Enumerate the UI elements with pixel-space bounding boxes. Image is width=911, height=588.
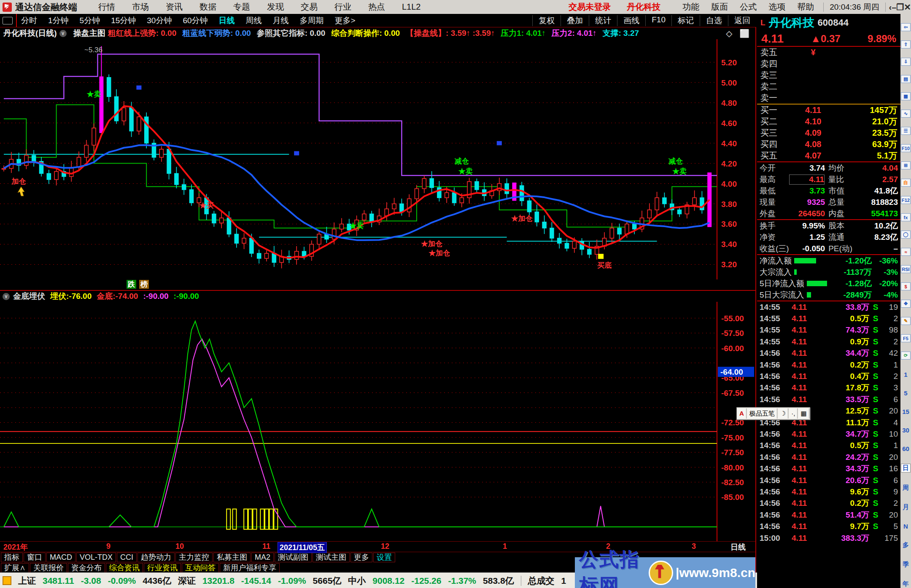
menu-item-行业[interactable]: 行业 bbox=[334, 2, 351, 11]
menu-item-数据[interactable]: 数据 bbox=[199, 2, 216, 11]
period-1分钟[interactable]: 1分钟 bbox=[48, 16, 69, 25]
market-status-icon[interactable] bbox=[3, 576, 11, 585]
tab-VOL-TDX[interactable]: VOL-TDX bbox=[76, 553, 116, 562]
tick-row[interactable]: 14:564.110.4万S2 bbox=[757, 371, 900, 382]
tab-主力监控[interactable]: 主力监控 bbox=[175, 553, 213, 562]
menu-item-L1L2[interactable]: L1L2 bbox=[402, 2, 421, 11]
strip-period-年[interactable]: 年 bbox=[901, 580, 911, 588]
window-layout-icon[interactable] bbox=[3, 17, 13, 24]
menu-item-热点[interactable]: 热点 bbox=[368, 2, 385, 11]
kline-icon[interactable]: ☰ bbox=[901, 127, 911, 135]
back-arrow-icon[interactable]: ⇦ bbox=[901, 23, 911, 31]
minimize-button[interactable]: – bbox=[892, 3, 896, 12]
tab-更多[interactable]: 更多 bbox=[350, 553, 372, 562]
badge-榜[interactable]: 榜 bbox=[139, 280, 149, 289]
current-stock-label[interactable]: 丹化科技 bbox=[627, 1, 660, 13]
ime-toolbar[interactable]: A极品五笔☽·,▦ bbox=[736, 407, 810, 420]
indicator-chart[interactable]: -55.00-57.50-60.00-65.00-67.50-72.50-75.… bbox=[0, 302, 755, 541]
sub-indicator-name[interactable]: 金底埋伏 bbox=[13, 291, 45, 302]
bid-row[interactable]: 买三4.0923.5万 bbox=[757, 127, 900, 139]
toolbar-标记[interactable]: 标记 bbox=[671, 15, 700, 26]
tick-row[interactable]: 14:564.1134.7万S10 bbox=[757, 428, 900, 440]
tick-row[interactable]: 14:554.1174.3万S98 bbox=[757, 325, 900, 336]
strip-period-60[interactable]: 60 bbox=[901, 445, 911, 452]
tab-互动问答[interactable]: 互动问答 bbox=[182, 563, 219, 573]
badge-跌[interactable]: 跌 bbox=[127, 280, 136, 289]
restore-button[interactable]: ❐ bbox=[896, 3, 904, 12]
period-15分钟[interactable]: 15分钟 bbox=[111, 16, 136, 25]
tick-row[interactable]: 14:564.110.2万S2 bbox=[757, 498, 900, 509]
menu-item-功能[interactable]: 功能 bbox=[682, 2, 699, 11]
tick-row[interactable]: 14:564.1151.4万S20 bbox=[757, 509, 900, 521]
menu-item-市场[interactable]: 市场 bbox=[132, 2, 149, 11]
strip-period-5[interactable]: 5 bbox=[901, 389, 911, 397]
bid-row[interactable]: 买二4.1021.0万 bbox=[757, 116, 900, 127]
tick-row[interactable]: 14:564.1134.4万S42 bbox=[757, 348, 900, 359]
circle-icon[interactable]: ◯ bbox=[901, 231, 911, 239]
trade-login-status[interactable]: 交易未登录 bbox=[569, 1, 611, 13]
tick-row[interactable]: 14:554.110.5万S2 bbox=[757, 313, 900, 324]
f5-button[interactable]: F5 bbox=[901, 334, 911, 342]
period-30分钟[interactable]: 30分钟 bbox=[147, 16, 172, 25]
strip-period-日[interactable]: 日 bbox=[901, 464, 911, 473]
toolbar-统计[interactable]: 统计 bbox=[589, 15, 617, 26]
toolbar-返回[interactable]: 返回 bbox=[728, 15, 756, 26]
close-button[interactable]: ✕ bbox=[904, 3, 911, 12]
ask-row[interactable]: 卖五¥ bbox=[757, 47, 900, 58]
tick-row[interactable]: 14:554.1133.8万S19 bbox=[757, 301, 900, 313]
toolbar-画线[interactable]: 画线 bbox=[617, 15, 645, 26]
tab-扩展∧[interactable]: 扩展∧ bbox=[1, 563, 29, 573]
strip-period-30[interactable]: 30 bbox=[901, 427, 911, 434]
tick-row[interactable]: 14:564.1133.5万S6 bbox=[757, 394, 900, 405]
quote-grid-icon[interactable]: ▦ bbox=[901, 92, 911, 100]
menu-item-选项[interactable]: 选项 bbox=[768, 2, 785, 11]
tab-综合资讯[interactable]: 综合资讯 bbox=[106, 563, 143, 573]
tick-row[interactable]: 14:554.110.9万S2 bbox=[757, 336, 900, 347]
tab-设置[interactable]: 设置 bbox=[373, 553, 395, 562]
stock-name[interactable]: 丹化科技 bbox=[769, 15, 814, 30]
tick-row[interactable]: 14:564.110.2万S1 bbox=[757, 359, 900, 371]
tab-MA2[interactable]: MA2 bbox=[251, 553, 274, 562]
trend-line-icon[interactable]: ∿ bbox=[901, 110, 911, 118]
tab-新用户福利专享[interactable]: 新用户福利专享 bbox=[220, 563, 280, 573]
chevron-down-icon[interactable]: ∨ bbox=[59, 30, 67, 37]
bid-row[interactable]: 买一4.111457万 bbox=[757, 105, 900, 116]
ask-row[interactable]: 卖一 bbox=[757, 92, 900, 104]
tick-row[interactable]: 14:564.1117.8万S3 bbox=[757, 382, 900, 394]
menu-item-资讯[interactable]: 资讯 bbox=[166, 2, 183, 11]
menu-item-公式[interactable]: 公式 bbox=[740, 2, 757, 11]
tab-测试副图[interactable]: 测试副图 bbox=[275, 553, 312, 562]
period-周线[interactable]: 周线 bbox=[246, 16, 262, 25]
tab-测试主图[interactable]: 测试主图 bbox=[313, 553, 350, 562]
strip-period-1[interactable]: 1 bbox=[901, 371, 911, 378]
ime-item[interactable]: A bbox=[737, 408, 747, 419]
period-更多>[interactable]: 更多> bbox=[335, 16, 356, 25]
menu-item-发现[interactable]: 发现 bbox=[267, 2, 284, 11]
period-多周期[interactable]: 多周期 bbox=[300, 16, 324, 25]
tab-趋势动力[interactable]: 趋势动力 bbox=[137, 553, 175, 562]
toolbar-F10[interactable]: F10 bbox=[645, 15, 671, 26]
wave-icon[interactable]: ≈ bbox=[901, 248, 911, 256]
menu-item-行情[interactable]: 行情 bbox=[98, 2, 115, 11]
money-icon[interactable]: $ bbox=[901, 282, 911, 290]
down-arrow-icon[interactable]: ⇩ bbox=[901, 58, 911, 66]
report-icon[interactable]: ▤ bbox=[901, 75, 911, 83]
bid-row[interactable]: 买四4.0863.9万 bbox=[757, 139, 900, 150]
tab-关联报价[interactable]: 关联报价 bbox=[30, 563, 67, 573]
up-arrow-icon[interactable]: ⇧ bbox=[901, 40, 911, 48]
tick-row[interactable]: 14:564.119.7万S5 bbox=[757, 521, 900, 532]
edit-icon[interactable]: ✎ bbox=[901, 317, 911, 325]
tick-row[interactable]: 14:564.1134.3万S16 bbox=[757, 463, 900, 474]
ask-row[interactable]: 卖三 bbox=[757, 70, 900, 81]
strip-period-周[interactable]: 周 bbox=[901, 484, 911, 492]
rsi-button[interactable]: RSI bbox=[901, 265, 911, 273]
tab-窗口[interactable]: 窗口 bbox=[24, 553, 46, 562]
candlestick-chart[interactable]: 5.205.004.804.604.404.204.003.803.603.40… bbox=[0, 39, 755, 279]
tick-row[interactable]: 14:564.119.6万S9 bbox=[757, 486, 900, 497]
period-月线[interactable]: 月线 bbox=[273, 16, 289, 25]
period-60分钟[interactable]: 60分钟 bbox=[183, 16, 208, 25]
tab-指标[interactable]: 指标 bbox=[1, 553, 23, 562]
strip-period-月[interactable]: 月 bbox=[901, 503, 911, 511]
tick-row[interactable]: 14:564.110.5万S1 bbox=[757, 440, 900, 451]
period-日线[interactable]: 日线 bbox=[219, 16, 235, 25]
